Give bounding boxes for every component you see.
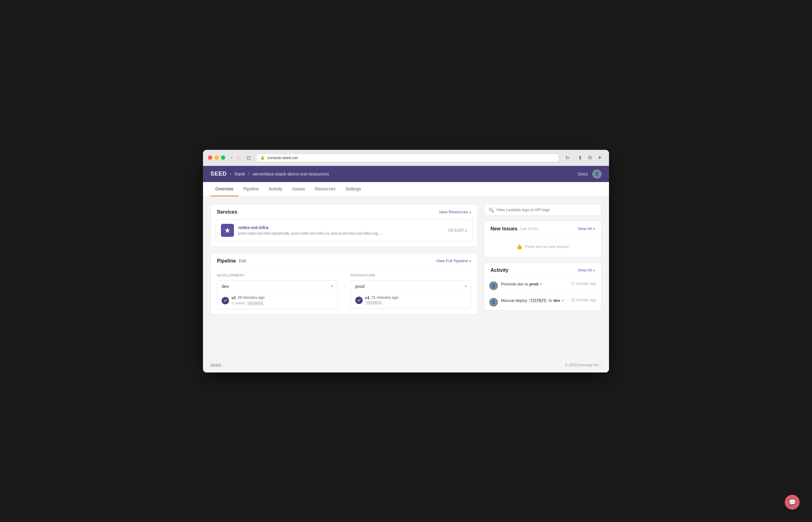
checkmark-icon-dev bbox=[224, 299, 227, 302]
pipeline-arrow: → bbox=[338, 283, 351, 290]
docs-link[interactable]: Docs bbox=[578, 172, 588, 177]
stage-select-dev: dev ▾ bbox=[222, 284, 333, 292]
issues-title-group: New Issues Last 24 hrs bbox=[491, 226, 538, 232]
header-right: Docs 👤 bbox=[578, 169, 602, 179]
maximize-button[interactable] bbox=[221, 156, 225, 160]
view-all-issues-link[interactable]: View All » bbox=[578, 226, 595, 231]
deploy-meta-dev: ʏ master 731f673 bbox=[231, 301, 265, 306]
pipeline-title: Pipeline bbox=[217, 258, 236, 264]
services-card: Services View Resources » notes-ext-infr… bbox=[210, 204, 478, 247]
tab-overview[interactable]: Overview bbox=[210, 182, 238, 196]
deploy-check-dev bbox=[222, 297, 229, 304]
breadcrumb-user[interactable]: frank bbox=[234, 171, 245, 177]
chat-fab-button[interactable]: 💬 bbox=[785, 495, 799, 509]
activity-item-0: 👤 Promote dev to prod ✓ 21 minutes ago bbox=[484, 278, 601, 294]
stage-label-dev: DEVELOPMENT bbox=[217, 274, 338, 277]
avatar[interactable]: 👤 bbox=[592, 169, 602, 179]
search-input[interactable] bbox=[496, 207, 597, 212]
deploy-item-prod: v1 21 minutes ago 731f673 bbox=[355, 295, 467, 305]
activity-avatar-1: 👤 bbox=[489, 298, 498, 306]
back-button[interactable]: ‹ bbox=[229, 154, 234, 161]
header-left: SEED › frank / serverless-stack-demo-ext… bbox=[210, 170, 329, 177]
no-issues-message: 👍 There are no new issues! bbox=[484, 236, 601, 257]
pipeline-stages: DEVELOPMENT dev ▾ bbox=[211, 268, 478, 314]
branch-icon: ʏ bbox=[231, 301, 234, 305]
search-icon: 🔍 bbox=[488, 207, 494, 213]
service-desc: prod-notes-ext-infra-dynamodb, prod-note… bbox=[238, 231, 444, 236]
deploy-info-prod: v1 21 minutes ago 731f673 bbox=[365, 295, 399, 305]
minimize-button[interactable] bbox=[214, 156, 219, 160]
service-item: notes-ext-infra prod-notes-ext-infra-dyn… bbox=[216, 219, 473, 241]
share-button[interactable]: ⬆ bbox=[576, 154, 585, 161]
view-all-activity-link[interactable]: View All » bbox=[578, 268, 595, 273]
close-button[interactable] bbox=[208, 156, 212, 160]
pipeline-stage-prod: PRODUCTION prod ▾ bbox=[351, 274, 471, 309]
activity-card: Activity View All » 👤 Promote dev to pro… bbox=[484, 262, 602, 310]
activity-check-1: ✓ bbox=[560, 298, 565, 303]
side-column: 🔍 New Issues Last 24 hrs View All » 👍 Th… bbox=[484, 204, 602, 350]
issues-card-header: New Issues Last 24 hrs View All » bbox=[484, 221, 601, 236]
reload-button[interactable]: ↻ bbox=[563, 154, 572, 161]
nav-buttons: ‹ › bbox=[229, 154, 241, 161]
sidebar-toggle-button[interactable]: ⊡ bbox=[245, 154, 252, 161]
view-full-pipeline-link[interactable]: View Full Pipeline » bbox=[436, 259, 471, 263]
deploy-meta-prod: 731f673 bbox=[365, 301, 399, 305]
tab-overview-button[interactable]: ⧉ bbox=[586, 154, 594, 161]
breadcrumb-sep-2: / bbox=[248, 171, 249, 177]
search-box[interactable]: 🔍 bbox=[484, 204, 602, 216]
activity-card-header: Activity View All » bbox=[484, 263, 601, 278]
services-card-header: Services View Resources » bbox=[211, 204, 478, 219]
pipeline-title-group: Pipeline Edit bbox=[217, 258, 246, 264]
service-icon bbox=[221, 224, 234, 237]
tab-resources[interactable]: Resources bbox=[310, 182, 340, 196]
stage-card-dev: dev ▾ v1 25 minutes ago bbox=[217, 280, 338, 309]
app-body: Services View Resources » notes-ext-infr… bbox=[203, 197, 609, 358]
stage-select-prod: prod ▾ bbox=[355, 284, 467, 292]
service-info: notes-ext-infra prod-notes-ext-infra-dyn… bbox=[238, 225, 444, 236]
new-tab-button[interactable]: + bbox=[596, 154, 604, 162]
tab-activity[interactable]: Activity bbox=[264, 182, 287, 196]
traffic-lights bbox=[208, 156, 225, 160]
deploy-check-prod bbox=[355, 297, 363, 304]
activity-text-0: Promote dev to prod ✓ bbox=[501, 281, 568, 287]
star-sparkle-icon bbox=[224, 227, 231, 234]
app-header: SEED › frank / serverless-stack-demo-ext… bbox=[203, 166, 609, 182]
browser-chrome: ‹ › ⊡ 🔒 console.seed.run ↻ ⬆ ⧉ + bbox=[203, 150, 609, 166]
hash-prod: 731f673 bbox=[365, 301, 382, 305]
services-title: Services bbox=[217, 209, 237, 215]
forward-button[interactable]: › bbox=[235, 154, 241, 161]
issues-card: New Issues Last 24 hrs View All » 👍 Ther… bbox=[484, 221, 602, 257]
issues-subtitle: Last 24 hrs bbox=[520, 227, 538, 231]
service-region: US-EAST-1 bbox=[448, 228, 467, 233]
activity-code-1: 731f673 bbox=[528, 298, 548, 303]
activity-target-1: dev bbox=[553, 298, 560, 303]
service-name[interactable]: notes-ext-infra bbox=[238, 225, 268, 230]
tab-settings[interactable]: Settings bbox=[340, 182, 366, 196]
thumbs-up-icon: 👍 bbox=[516, 244, 522, 249]
activity-time-1: 25 minutes ago bbox=[571, 298, 596, 302]
chevron-down-icon-prod: ▾ bbox=[465, 284, 467, 288]
tab-pipeline[interactable]: Pipeline bbox=[238, 182, 264, 196]
activity-text-1: Manual deploy 731f673 to dev ✓ bbox=[501, 298, 568, 303]
branch-name-dev: master bbox=[235, 301, 245, 305]
app-footer: SEED © 2020 Anomaly Inn... bbox=[203, 358, 609, 373]
activity-item-1: 👤 Manual deploy 731f673 to dev ✓ 25 minu… bbox=[484, 294, 601, 310]
issues-title: New Issues bbox=[491, 226, 517, 232]
browser-actions: ⬆ ⧉ + bbox=[576, 154, 604, 162]
deploy-item-dev: v1 25 minutes ago ʏ master 731f673 bbox=[222, 295, 333, 306]
stage-name-dev[interactable]: dev bbox=[222, 284, 229, 289]
main-column: Services View Resources » notes-ext-infr… bbox=[210, 204, 478, 350]
view-resources-link[interactable]: View Resources » bbox=[439, 209, 471, 214]
address-bar[interactable]: 🔒 console.seed.run bbox=[256, 154, 560, 162]
lock-icon: 🔒 bbox=[260, 156, 265, 160]
header-logo: SEED bbox=[210, 170, 227, 177]
pipeline-card-header: Pipeline Edit View Full Pipeline » bbox=[211, 253, 478, 268]
breadcrumb-app[interactable]: serverless-stack-demo-ext-resources bbox=[252, 171, 329, 177]
activity-check-0: ✓ bbox=[538, 282, 543, 286]
checkmark-icon-prod bbox=[357, 298, 361, 302]
app-nav: Overview Pipeline Activity Issues Resour… bbox=[203, 182, 609, 197]
tab-issues[interactable]: Issues bbox=[288, 182, 310, 196]
stage-name-prod[interactable]: prod bbox=[355, 284, 365, 289]
pipeline-edit-link[interactable]: Edit bbox=[239, 259, 246, 263]
activity-title: Activity bbox=[491, 267, 508, 273]
